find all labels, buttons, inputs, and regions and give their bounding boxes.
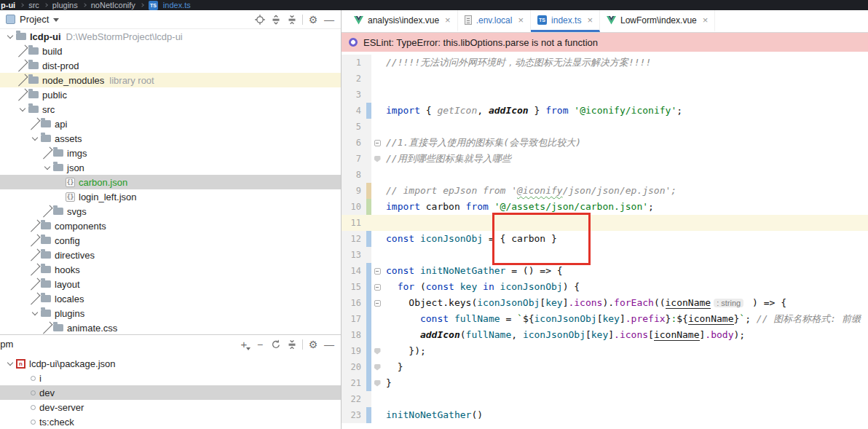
chevron-right-icon[interactable]: [29, 282, 41, 286]
chevron-right-icon[interactable]: [29, 224, 41, 228]
tree-item-layout[interactable]: layout: [0, 277, 341, 291]
refresh-icon[interactable]: [269, 337, 283, 352]
vcs-change-marker: [366, 359, 371, 375]
chevron-down-icon[interactable]: [17, 109, 28, 111]
tree-item-json[interactable]: json: [0, 160, 341, 175]
fold-marker-icon[interactable]: [371, 343, 383, 359]
project-panel-header: Project ⚙—: [0, 10, 341, 29]
tree-item-login-left-json[interactable]: {}login_left.json: [0, 189, 341, 204]
tree-item-i[interactable]: i: [0, 371, 341, 385]
fold-marker-icon[interactable]: [371, 263, 383, 279]
locate-icon[interactable]: [253, 12, 267, 27]
run-script-icon: [31, 420, 36, 425]
fold-marker-icon[interactable]: [371, 151, 383, 167]
breadcrumb-item[interactable]: src: [28, 1, 39, 9]
hide-icon[interactable]: —: [322, 337, 336, 352]
tab-analysis-index-vue[interactable]: analysis\index.vue×: [347, 10, 458, 32]
expand-all-icon[interactable]: [269, 12, 283, 27]
gutter: [366, 391, 371, 407]
fold-column: [371, 215, 383, 231]
fold-marker-icon[interactable]: [371, 375, 383, 391]
line-number: 6: [342, 135, 366, 151]
tree-item-components[interactable]: components: [0, 219, 341, 233]
fold-marker-icon[interactable]: [371, 279, 383, 295]
tree-item-ts-check[interactable]: ts:check: [0, 414, 341, 429]
tree-item-config[interactable]: config: [0, 233, 341, 248]
typescript-icon: TS: [149, 1, 158, 10]
vcs-change-marker: [366, 295, 371, 311]
chevron-down-icon[interactable]: [4, 36, 16, 38]
settings-icon[interactable]: ⚙: [306, 337, 320, 352]
chevron-right-icon[interactable]: [42, 326, 53, 330]
chevron-down-icon[interactable]: [29, 138, 41, 140]
tree-item-public[interactable]: public: [0, 87, 341, 102]
settings-icon[interactable]: ⚙: [306, 12, 320, 27]
folder-icon: [28, 47, 39, 55]
tree-item-api[interactable]: api: [0, 117, 341, 131]
tree-item-hooks[interactable]: hooks: [0, 262, 341, 277]
close-icon[interactable]: ×: [445, 15, 451, 25]
vcs-change-marker: [366, 407, 371, 423]
line-number: 18: [342, 327, 366, 343]
code-text: [383, 167, 868, 183]
chevron-right-icon[interactable]: [17, 49, 28, 53]
add-icon[interactable]: +: [237, 337, 251, 352]
breadcrumb-item-file[interactable]: index.ts: [163, 1, 191, 9]
tab-lowform-index-vue[interactable]: LowForm\index.vue×: [600, 10, 715, 32]
chevron-right-icon[interactable]: [42, 151, 53, 155]
tree-item-plugins[interactable]: plugins: [0, 306, 341, 320]
fold-marker-icon[interactable]: [371, 295, 383, 311]
folder-icon: [41, 120, 51, 127]
fold-column: [371, 55, 383, 71]
code-editor[interactable]: 1//!!!!无法访问外网环境时，动态图标无法显示解决方案!!!!234impo…: [342, 52, 868, 429]
tree-item-node-modules[interactable]: node_moduleslibrary root: [0, 73, 341, 87]
chevron-right-icon[interactable]: [42, 209, 53, 213]
tree-item-label: lcdp-ui\package.json: [29, 358, 116, 369]
tree-item-locales[interactable]: locales: [0, 291, 341, 306]
close-icon[interactable]: ×: [703, 15, 709, 25]
chevron-right-icon[interactable]: [17, 78, 28, 82]
close-icon[interactable]: ×: [587, 15, 593, 25]
tree-item-dev[interactable]: dev: [0, 385, 341, 400]
tab-index-ts[interactable]: TSindex.ts×: [531, 10, 600, 32]
breadcrumb-item[interactable]: plugins: [52, 1, 78, 9]
fold-column: [371, 231, 383, 247]
chevron-right-icon[interactable]: [17, 63, 28, 68]
gutter: [366, 87, 371, 103]
collapse-all-icon[interactable]: [285, 337, 299, 352]
tree-item-assets[interactable]: assets: [0, 131, 341, 146]
chevron-down-icon[interactable]: [29, 312, 41, 315]
fold-marker-icon[interactable]: [371, 135, 383, 151]
tree-item-build[interactable]: build: [0, 44, 341, 58]
project-tree: lcdp-uiD:\WebStormProject\lcdp-uibuilddi…: [0, 29, 341, 334]
tree-item-dev-server[interactable]: dev-server: [0, 400, 341, 414]
hide-icon[interactable]: —: [322, 12, 336, 27]
tab-env-local[interactable]: .env.local×: [458, 10, 531, 32]
tree-item-lcdp-ui-package-json[interactable]: nlcdp-ui\package.json: [0, 356, 341, 371]
chevron-right-icon[interactable]: [29, 267, 41, 272]
chevron-right-icon[interactable]: [29, 296, 41, 301]
run-script-icon: [31, 376, 36, 381]
tree-item-animate-css[interactable]: animate.css: [0, 320, 341, 334]
chevron-down-icon[interactable]: [4, 363, 16, 365]
chevron-right-icon[interactable]: [29, 238, 41, 243]
breadcrumb-item[interactable]: p-ui: [1, 1, 15, 9]
remove-icon[interactable]: −: [253, 337, 267, 352]
tree-item-directives[interactable]: directives: [0, 248, 341, 262]
chevron-down-icon[interactable]: [42, 167, 53, 169]
chevron-right-icon[interactable]: [29, 122, 41, 126]
tree-item-lcdp-ui[interactable]: lcdp-uiD:\WebStormProject\lcdp-ui: [0, 29, 341, 44]
collapse-all-icon[interactable]: [285, 12, 299, 27]
fold-marker-icon[interactable]: [371, 359, 383, 375]
tree-item-carbon-json[interactable]: {}carbon.json: [0, 175, 341, 189]
chevron-down-icon[interactable]: [53, 18, 59, 22]
tree-item-src[interactable]: src: [0, 102, 341, 117]
tree-item-imgs[interactable]: imgs: [0, 146, 341, 160]
tree-item-svgs[interactable]: svgs: [0, 204, 341, 219]
close-icon[interactable]: ×: [518, 15, 524, 25]
tree-item-label: carbon.json: [79, 177, 127, 188]
breadcrumb-item[interactable]: noNetIconify: [91, 1, 135, 9]
chevron-right-icon[interactable]: [17, 93, 28, 97]
tree-item-dist-prod[interactable]: dist-prod: [0, 58, 341, 73]
chevron-right-icon[interactable]: [29, 253, 41, 257]
